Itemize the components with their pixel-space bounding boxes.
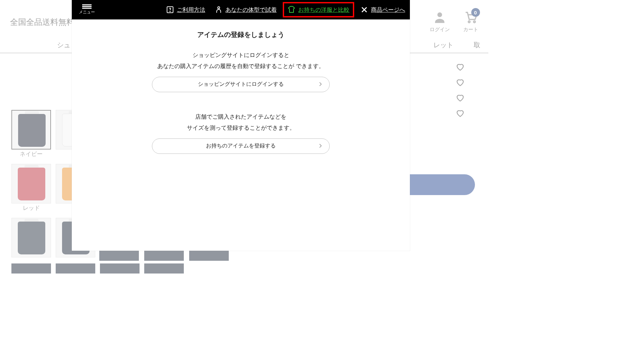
nav-item-partial-right-1[interactable]: レット — [433, 41, 453, 50]
color-swatch-red[interactable] — [11, 164, 51, 203]
cart-count-badge: 0 — [471, 8, 480, 17]
cart-label: カート — [463, 26, 478, 33]
favorite-icon[interactable] — [455, 108, 465, 119]
register-item-button[interactable]: お持ちのアイテムを登録する — [152, 138, 330, 154]
hamburger-icon — [82, 6, 92, 7]
chevron-right-icon — [317, 143, 323, 150]
swatch-label: ネイビー — [20, 150, 43, 158]
cart-link[interactable]: 0 カート — [463, 10, 478, 33]
close-icon — [360, 6, 368, 14]
modal-text: サイズを測って登録することができます。 — [85, 123, 396, 133]
gallery-thumb[interactable] — [100, 263, 140, 274]
hamburger-icon — [82, 8, 92, 9]
howto-label: ご利用方法 — [177, 6, 205, 14]
favorite-icon[interactable] — [455, 62, 465, 73]
swatch-label: レッド — [23, 204, 40, 212]
menu-button[interactable]: メニュー — [72, 4, 102, 15]
color-swatch[interactable] — [11, 218, 51, 257]
gallery-thumb[interactable] — [144, 263, 184, 274]
cart-icon — [464, 19, 478, 25]
gallery-thumb[interactable] — [11, 263, 51, 274]
favorite-icon[interactable] — [455, 77, 465, 88]
nav-item-partial-left[interactable]: シュ — [57, 41, 70, 50]
user-icon — [433, 10, 447, 25]
modal-text: 店舗でご購入されたアイテムなどを — [85, 112, 396, 122]
bodytype-label: あなたの体型で試着 — [225, 6, 277, 14]
svg-point-2 — [473, 21, 475, 22]
modal-text: ショッピングサイトにログインすると — [85, 51, 396, 60]
chevron-right-icon — [317, 81, 323, 88]
help-icon — [166, 6, 174, 14]
svg-point-0 — [437, 12, 442, 17]
compare-label: お持ちの洋服と比較 — [298, 6, 350, 14]
svg-point-1 — [468, 21, 470, 22]
back-to-product-button[interactable]: 商品ページへ — [356, 6, 410, 14]
button-label: ショッピングサイトにログインする — [198, 81, 284, 88]
color-swatch-navy[interactable] — [11, 110, 51, 149]
bodytype-tab[interactable]: あなたの体型で試着 — [210, 6, 281, 14]
size-compare-modal: メニュー ご利用方法 あなたの体型で試着 お持ちの洋服と比較 商品ページへ アイ… — [72, 0, 410, 251]
svg-point-5 — [218, 7, 220, 9]
tshirt-icon — [287, 6, 296, 14]
modal-text: あなたの購入アイテムの履歴を自動で登録することが できます。 — [85, 62, 396, 71]
howto-tab[interactable]: ご利用方法 — [161, 6, 210, 14]
person-icon — [215, 6, 223, 14]
modal-title: アイテムの登録をしましょう — [85, 30, 396, 39]
button-label: お持ちのアイテムを登録する — [206, 142, 276, 149]
free-shipping-text: 全国全品送料無料 — [10, 17, 74, 27]
hamburger-icon — [82, 4, 92, 5]
menu-label: メニュー — [79, 9, 95, 15]
nav-item-partial-right-2[interactable]: 取 — [474, 41, 480, 50]
back-label: 商品ページへ — [371, 6, 405, 14]
compare-tab[interactable]: お持ちの洋服と比較 — [283, 2, 354, 17]
gallery-thumb[interactable] — [56, 263, 95, 274]
svg-point-4 — [170, 11, 170, 12]
login-to-site-button[interactable]: ショッピングサイトにログインする — [152, 77, 330, 92]
login-label: ログイン — [430, 26, 450, 33]
favorite-icon[interactable] — [455, 93, 465, 104]
login-link[interactable]: ログイン — [430, 10, 450, 33]
